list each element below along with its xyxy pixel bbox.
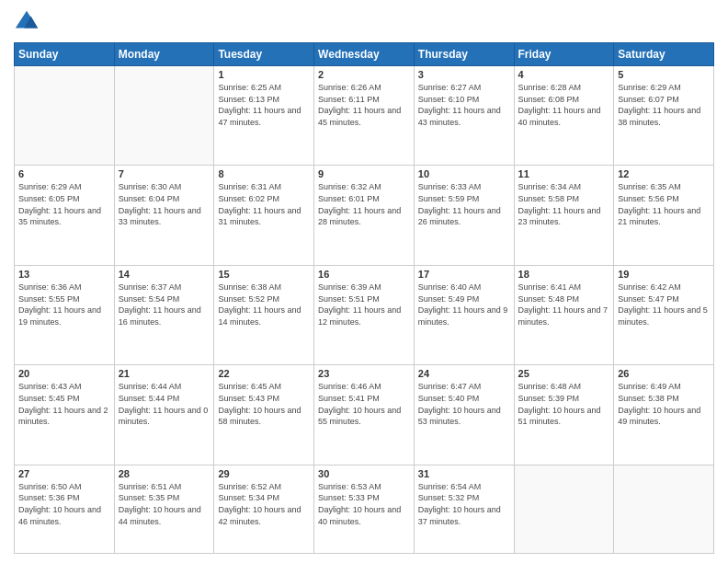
calendar-cell: 14Sunrise: 6:37 AMSunset: 5:54 PMDayligh… (114, 265, 214, 364)
cell-info: Sunrise: 6:38 AMSunset: 5:52 PMDaylight:… (218, 282, 310, 327)
logo-icon (14, 9, 40, 35)
cell-date: 12 (618, 168, 710, 179)
calendar-table: SundayMondayTuesdayWednesdayThursdayFrid… (14, 42, 714, 554)
calendar-cell: 18Sunrise: 6:41 AMSunset: 5:48 PMDayligh… (514, 265, 614, 364)
day-header-monday: Monday (114, 43, 214, 66)
cell-info: Sunrise: 6:33 AMSunset: 5:59 PMDaylight:… (418, 181, 510, 227)
cell-info: Sunrise: 6:54 AMSunset: 5:32 PMDaylight:… (418, 481, 510, 527)
calendar-cell: 12Sunrise: 6:35 AMSunset: 5:56 PMDayligh… (614, 166, 714, 265)
calendar-cell: 6Sunrise: 6:29 AMSunset: 6:05 PMDaylight… (15, 166, 115, 265)
cell-date: 22 (218, 368, 310, 379)
cell-info: Sunrise: 6:42 AMSunset: 5:47 PMDaylight:… (618, 282, 710, 327)
day-header-sunday: Sunday (15, 43, 115, 66)
day-header-thursday: Thursday (414, 43, 514, 66)
cell-info: Sunrise: 6:26 AMSunset: 6:11 PMDaylight:… (318, 82, 410, 128)
page: SundayMondayTuesdayWednesdayThursdayFrid… (0, 0, 728, 563)
calendar-cell: 26Sunrise: 6:49 AMSunset: 5:38 PMDayligh… (614, 365, 714, 465)
cell-date: 21 (119, 368, 210, 379)
calendar-cell: 31Sunrise: 6:54 AMSunset: 5:32 PMDayligh… (414, 465, 514, 553)
day-header-saturday: Saturday (614, 43, 714, 66)
calendar-cell: 7Sunrise: 6:30 AMSunset: 6:04 PMDaylight… (114, 166, 214, 265)
cell-info: Sunrise: 6:52 AMSunset: 5:34 PMDaylight:… (218, 481, 310, 527)
cell-date: 10 (418, 168, 510, 179)
cell-info: Sunrise: 6:53 AMSunset: 5:33 PMDaylight:… (318, 481, 410, 527)
cell-info: Sunrise: 6:49 AMSunset: 5:38 PMDaylight:… (618, 381, 710, 427)
calendar-cell: 1Sunrise: 6:25 AMSunset: 6:13 PMDaylight… (214, 66, 314, 166)
calendar-cell (15, 66, 115, 166)
week-row-1: 1Sunrise: 6:25 AMSunset: 6:13 PMDaylight… (15, 66, 714, 166)
cell-date: 7 (119, 168, 210, 179)
calendar-cell: 25Sunrise: 6:48 AMSunset: 5:39 PMDayligh… (514, 365, 614, 465)
cell-info: Sunrise: 6:29 AMSunset: 6:07 PMDaylight:… (618, 82, 710, 128)
cell-date: 29 (218, 468, 310, 479)
cell-info: Sunrise: 6:40 AMSunset: 5:49 PMDaylight:… (418, 282, 510, 327)
calendar-cell: 20Sunrise: 6:43 AMSunset: 5:45 PMDayligh… (15, 365, 115, 465)
week-row-5: 27Sunrise: 6:50 AMSunset: 5:36 PMDayligh… (15, 465, 714, 553)
calendar-cell: 23Sunrise: 6:46 AMSunset: 5:41 PMDayligh… (314, 365, 415, 465)
cell-info: Sunrise: 6:50 AMSunset: 5:36 PMDaylight:… (18, 481, 110, 527)
cell-date: 8 (218, 168, 310, 179)
cell-info: Sunrise: 6:45 AMSunset: 5:43 PMDaylight:… (218, 381, 310, 427)
calendar-cell: 5Sunrise: 6:29 AMSunset: 6:07 PMDaylight… (614, 66, 714, 166)
cell-date: 17 (418, 269, 510, 280)
cell-date: 14 (119, 269, 210, 280)
cell-info: Sunrise: 6:28 AMSunset: 6:08 PMDaylight:… (518, 82, 610, 128)
cell-info: Sunrise: 6:51 AMSunset: 5:35 PMDaylight:… (119, 481, 210, 527)
cell-info: Sunrise: 6:37 AMSunset: 5:54 PMDaylight:… (119, 282, 210, 327)
cell-info: Sunrise: 6:36 AMSunset: 5:55 PMDaylight:… (18, 282, 110, 327)
cell-info: Sunrise: 6:34 AMSunset: 5:58 PMDaylight:… (518, 181, 610, 227)
day-header-wednesday: Wednesday (314, 43, 415, 66)
cell-info: Sunrise: 6:27 AMSunset: 6:10 PMDaylight:… (418, 82, 510, 128)
cell-date: 30 (318, 468, 410, 479)
cell-info: Sunrise: 6:32 AMSunset: 6:01 PMDaylight:… (318, 181, 410, 227)
cell-date: 15 (218, 269, 310, 280)
calendar-cell (114, 66, 214, 166)
logo (14, 9, 43, 35)
cell-date: 4 (518, 69, 610, 80)
calendar-cell: 24Sunrise: 6:47 AMSunset: 5:40 PMDayligh… (414, 365, 514, 465)
cell-date: 2 (318, 69, 410, 80)
cell-info: Sunrise: 6:29 AMSunset: 6:05 PMDaylight:… (18, 181, 110, 227)
week-row-2: 6Sunrise: 6:29 AMSunset: 6:05 PMDaylight… (15, 166, 714, 265)
day-header-friday: Friday (514, 43, 614, 66)
cell-info: Sunrise: 6:48 AMSunset: 5:39 PMDaylight:… (518, 381, 610, 427)
cell-date: 5 (618, 69, 710, 80)
cell-date: 1 (218, 69, 310, 80)
calendar-cell: 19Sunrise: 6:42 AMSunset: 5:47 PMDayligh… (614, 265, 714, 364)
day-header-tuesday: Tuesday (214, 43, 314, 66)
cell-info: Sunrise: 6:30 AMSunset: 6:04 PMDaylight:… (119, 181, 210, 227)
cell-info: Sunrise: 6:44 AMSunset: 5:44 PMDaylight:… (119, 381, 210, 427)
cell-date: 11 (518, 168, 610, 179)
cell-date: 18 (518, 269, 610, 280)
cell-date: 6 (18, 168, 110, 179)
cell-info: Sunrise: 6:47 AMSunset: 5:40 PMDaylight:… (418, 381, 510, 427)
calendar-cell (614, 465, 714, 553)
calendar-cell: 8Sunrise: 6:31 AMSunset: 6:02 PMDaylight… (214, 166, 314, 265)
cell-date: 28 (119, 468, 210, 479)
cell-date: 24 (418, 368, 510, 379)
cell-date: 20 (18, 368, 110, 379)
calendar-cell: 28Sunrise: 6:51 AMSunset: 5:35 PMDayligh… (114, 465, 214, 553)
calendar-cell: 30Sunrise: 6:53 AMSunset: 5:33 PMDayligh… (314, 465, 415, 553)
cell-info: Sunrise: 6:46 AMSunset: 5:41 PMDaylight:… (318, 381, 410, 427)
calendar-cell (514, 465, 614, 553)
calendar-cell: 17Sunrise: 6:40 AMSunset: 5:49 PMDayligh… (414, 265, 514, 364)
cell-date: 23 (318, 368, 410, 379)
cell-info: Sunrise: 6:43 AMSunset: 5:45 PMDaylight:… (18, 381, 110, 427)
cell-date: 16 (318, 269, 410, 280)
calendar-cell: 16Sunrise: 6:39 AMSunset: 5:51 PMDayligh… (314, 265, 415, 364)
cell-date: 25 (518, 368, 610, 379)
cell-date: 3 (418, 69, 510, 80)
week-row-4: 20Sunrise: 6:43 AMSunset: 5:45 PMDayligh… (15, 365, 714, 465)
cell-date: 31 (418, 468, 510, 479)
week-row-3: 13Sunrise: 6:36 AMSunset: 5:55 PMDayligh… (15, 265, 714, 364)
cell-date: 13 (18, 269, 110, 280)
cell-info: Sunrise: 6:35 AMSunset: 5:56 PMDaylight:… (618, 181, 710, 227)
calendar-cell: 10Sunrise: 6:33 AMSunset: 5:59 PMDayligh… (414, 166, 514, 265)
cell-date: 26 (618, 368, 710, 379)
cell-date: 9 (318, 168, 410, 179)
cell-date: 19 (618, 269, 710, 280)
calendar-cell: 2Sunrise: 6:26 AMSunset: 6:11 PMDaylight… (314, 66, 415, 166)
cell-info: Sunrise: 6:25 AMSunset: 6:13 PMDaylight:… (218, 82, 310, 128)
cell-info: Sunrise: 6:31 AMSunset: 6:02 PMDaylight:… (218, 181, 310, 227)
